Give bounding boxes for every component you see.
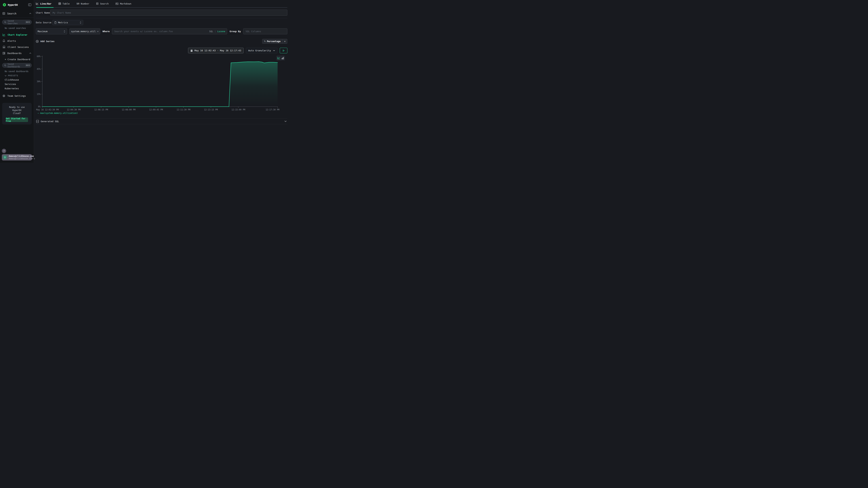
hyperdx-logo-icon [3, 3, 6, 7]
brand[interactable]: HyperDX [3, 3, 28, 7]
generated-sql-row[interactable]: Generated SQL [36, 119, 287, 124]
sidebar-spacer [0, 125, 34, 149]
granularity-select[interactable]: Auto Granularity [246, 48, 277, 53]
dashboard-layout-icon [3, 52, 5, 55]
legend-line-swatch: — [38, 112, 39, 115]
sql-language-option[interactable]: SQL [209, 30, 213, 33]
number-123-icon: 123 [76, 3, 79, 5]
chart-toolbar: May 16 12:02:43 - May 16 12:17:43 Auto G… [36, 48, 287, 53]
presets-label: PRESETS [8, 74, 18, 77]
date-range-button[interactable]: May 16 12:02:43 - May 16 12:17:43 [188, 48, 243, 53]
sidebar-section-search[interactable]: Search [0, 9, 34, 18]
saved-searches-input[interactable]: Saved Searches ⌘ K [2, 20, 32, 24]
svg-text:12:17:30 PM: 12:17:30 PM [266, 108, 279, 111]
svg-text:12:06:15 PM: 12:06:15 PM [94, 108, 108, 111]
sidebar-item-client-sessions[interactable]: Client Sessions [0, 44, 34, 50]
search-doc-icon [3, 12, 5, 15]
user-email: demos@clickhouse.com [9, 155, 28, 157]
aggregation-select[interactable]: Maximum [36, 28, 67, 34]
calendar-icon [190, 50, 193, 52]
metric-field-tag[interactable]: system.memory.utiliza ✕ [69, 28, 100, 34]
svg-text:60%: 60% [37, 55, 40, 58]
user-info: demos@clickhouse.com demos@clickhouse.co… [9, 155, 28, 160]
lucene-language-option[interactable]: Lucene [217, 30, 225, 33]
granularity-value: Auto Granularity [248, 49, 271, 52]
data-source-row: Data Source Metrics [36, 20, 287, 25]
tab-markdown[interactable]: Markdown [116, 0, 131, 7]
remove-metric-icon[interactable]: ✕ [97, 30, 98, 33]
query-language-toggle: SQL | Lucene [209, 30, 225, 33]
gear-icon [3, 95, 5, 97]
generated-sql-label: Generated SQL [41, 120, 59, 123]
percent-icon: % [264, 40, 266, 42]
sidebar-collapse-icon[interactable] [28, 3, 31, 6]
tab-label: Number [81, 2, 89, 5]
percentage-toggle[interactable]: % Percentage ✕ [262, 39, 287, 44]
saved-searches-placeholder: Saved Searches [8, 20, 24, 25]
metric-field-name: system.memory.utiliza [71, 30, 96, 33]
tab-label: Line/Bar [40, 2, 52, 5]
search-section-label: Search [7, 12, 17, 15]
magnifier-icon [4, 21, 6, 23]
saved-dashboards-input[interactable]: Saved Dashboards ⌘ K [2, 63, 32, 68]
get-started-button[interactable]: Get Started for Free [6, 118, 28, 122]
tab-number[interactable]: 123 Number [76, 0, 89, 7]
svg-text:12:15:00 PM: 12:15:00 PM [231, 108, 245, 111]
sidebar-item-label: Client Sessions [8, 46, 29, 48]
tab-table[interactable]: Table [58, 0, 70, 7]
percentage-main: % Percentage [262, 39, 282, 43]
sidebar-item-team-settings[interactable]: Team Settings [0, 93, 34, 99]
svg-text:12:08:00 PM: 12:08:00 PM [122, 108, 135, 111]
percentage-label: Percentage [267, 40, 280, 43]
chevron-right-icon [29, 156, 31, 159]
add-series-label: Add Series [40, 40, 55, 43]
preset-item-kubernetes[interactable]: Kubernetes [5, 87, 34, 90]
active-tab-indicator [36, 7, 54, 8]
tab-line-bar[interactable]: Line/Bar [36, 0, 52, 7]
bar-chart-toggle-icon[interactable] [282, 57, 284, 59]
no-saved-dashboards-text: No saved dashboards [5, 70, 34, 73]
chart-style-toggle [276, 56, 285, 61]
add-series-button[interactable]: Add Series [36, 40, 55, 43]
chevron-down-icon [5, 75, 6, 76]
help-button[interactable]: ? [2, 149, 6, 153]
line-chart-toggle-icon[interactable] [277, 57, 280, 59]
laptop-icon [3, 46, 5, 48]
database-icon [54, 21, 57, 24]
chart-name-input[interactable] [50, 9, 287, 16]
chart-legend[interactable]: — max(system.memory.utilization) [36, 112, 287, 115]
markdown-icon [116, 3, 119, 5]
group-by-input[interactable] [243, 28, 287, 34]
chart-area: 0%15%30%45%60%May 16 12:02:30 PM12:04:30… [36, 55, 287, 111]
play-icon [283, 50, 285, 52]
user-menu[interactable]: D demos@clickhouse.com demos@clickhouse.… [2, 154, 32, 161]
plus-circle-icon [36, 40, 39, 43]
sidebar-item-label: Team Settings [7, 95, 26, 97]
run-query-button[interactable] [280, 48, 287, 53]
chevron-up-icon [29, 53, 31, 54]
promo-text: Ready to use HyperDX Cloud? [4, 106, 30, 115]
sidebar-item-dashboards[interactable]: Dashboards [0, 50, 34, 56]
search-doc-icon [96, 2, 98, 5]
timeseries-chart[interactable]: 0%15%30%45%60%May 16 12:02:30 PM12:04:30… [36, 55, 287, 111]
preset-item-services[interactable]: Services [5, 83, 34, 86]
user-subtitle: demos@clickhouse.com's [9, 157, 28, 160]
sidebar-item-chart-explorer[interactable]: Chart Explorer [0, 32, 34, 38]
create-dashboard-button[interactable]: + Create Dashboard [5, 58, 34, 61]
preset-item-clickhouse[interactable]: Clickhouse [5, 78, 34, 81]
line-chart-icon [36, 2, 38, 5]
svg-text:12:13:15 PM: 12:13:15 PM [204, 108, 218, 111]
tab-search[interactable]: Search [96, 0, 109, 7]
where-input-wrap: SQL | Lucene [112, 28, 227, 34]
svg-text:12:09:45 PM: 12:09:45 PM [149, 108, 163, 111]
sidebar-header: HyperDX [0, 0, 34, 9]
presets-toggle[interactable]: PRESETS [5, 74, 34, 77]
no-saved-searches-text: No saved searches [5, 27, 34, 29]
sidebar-item-alerts[interactable]: Alerts [0, 38, 34, 44]
data-source-select[interactable]: Metrics [53, 20, 83, 25]
sidebar: HyperDX Search Saved Searches ⌘ K No sav… [0, 0, 34, 163]
remove-percentage-icon[interactable]: ✕ [282, 39, 287, 43]
sidebar-item-label: Chart Explorer [8, 33, 28, 36]
svg-text:0%: 0% [38, 105, 40, 108]
tab-label: Table [63, 2, 70, 5]
